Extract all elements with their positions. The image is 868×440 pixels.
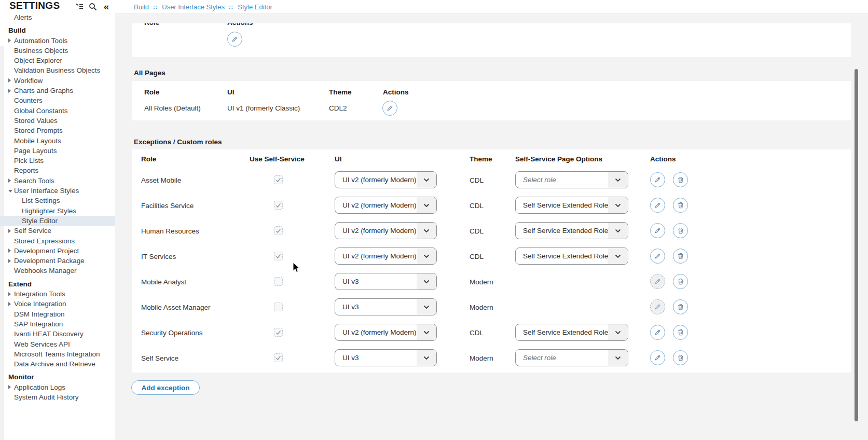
- sidebar-item-dsm-integration[interactable]: DSM Integration: [0, 309, 115, 319]
- scrollbar-thumb[interactable]: [855, 69, 858, 421]
- breadcrumb-item[interactable]: Build: [134, 3, 149, 11]
- ui-select[interactable]: UI v3: [335, 349, 437, 366]
- add-exception-button[interactable]: Add exception: [131, 380, 200, 395]
- edit-button[interactable]: [650, 249, 665, 264]
- sidebar-item-voice-integration[interactable]: Voice Integration: [0, 299, 115, 309]
- checkmark-icon: [275, 202, 281, 208]
- sidebar-item-highlighter-styles[interactable]: Highlighter Styles: [0, 206, 115, 216]
- sidebar-item-validation-business-objects[interactable]: Validation Business Objects: [0, 65, 115, 75]
- sidebar-item-sap-integration[interactable]: SAP Integration: [0, 319, 115, 329]
- delete-button[interactable]: [673, 172, 688, 187]
- sidebar-item-mobile-layouts[interactable]: Mobile Layouts: [0, 136, 115, 146]
- sidebar-item-data-archive-and-retrieve[interactable]: Data Archive and Retrieve: [0, 359, 115, 369]
- ui-cell: UI v1 (formerly Classic): [227, 104, 300, 112]
- ui-select[interactable]: UI v2 (formerly Modern): [335, 222, 437, 239]
- sidebar-item-automation-tools[interactable]: Automation Tools: [0, 36, 115, 46]
- use-self-service-checkbox[interactable]: [274, 328, 283, 337]
- pencil-icon: [654, 354, 662, 362]
- sidebar-item-label: Stored Expressions: [14, 236, 75, 246]
- sidebar-item-reports[interactable]: Reports: [0, 166, 115, 175]
- sidebar-item-ivanti-heat-discovery[interactable]: Ivanti HEAT Discovery: [0, 329, 115, 339]
- sidebar-item-business-objects[interactable]: Business Objects: [0, 46, 115, 56]
- delete-button[interactable]: [673, 274, 688, 289]
- use-self-service-checkbox[interactable]: [274, 226, 283, 235]
- sidebar-item-microsoft-teams-integration[interactable]: Microsoft Teams Integration: [0, 349, 115, 359]
- sidebar-item-workflow[interactable]: Workflow: [0, 76, 115, 86]
- sidebar-item-pick-lists[interactable]: Pick Lists: [0, 156, 115, 166]
- role-cell: Self Service: [141, 354, 178, 362]
- chevron-down-icon: [608, 223, 628, 239]
- tree-filter-icon[interactable]: [75, 2, 84, 11]
- ui-select[interactable]: UI v3: [335, 273, 437, 290]
- edit-button: [650, 299, 665, 314]
- edit-button[interactable]: [650, 172, 665, 187]
- sidebar-item-system-audit-history[interactable]: System Audit History: [0, 392, 115, 402]
- sidebar-item-web-services-api[interactable]: Web Services API: [0, 339, 115, 349]
- breadcrumb-item[interactable]: Style Editor: [238, 3, 272, 11]
- page-options-select[interactable]: Self Service Extended Role: [515, 324, 628, 341]
- sidebar-item-stored-values[interactable]: Stored Values: [0, 116, 115, 126]
- sidebar-item-alerts[interactable]: Alerts: [0, 12, 115, 22]
- sidebar-item-page-layouts[interactable]: Page Layouts: [0, 146, 115, 156]
- search-icon[interactable]: [88, 2, 98, 11]
- collapse-sidebar-icon[interactable]: «: [102, 2, 111, 11]
- delete-button[interactable]: [673, 350, 688, 365]
- sidebar-item-user-interface-styles[interactable]: User Interface Styles: [0, 186, 115, 196]
- sidebar-item-self-service[interactable]: Self Service: [0, 226, 115, 236]
- sidebar-item-list-settings[interactable]: List Settings: [0, 196, 115, 205]
- trash-icon: [677, 176, 684, 184]
- edit-button[interactable]: [227, 32, 242, 47]
- sidebar-item-search-tools[interactable]: Search Tools: [0, 176, 115, 186]
- sidebar-item-charts-and-graphs[interactable]: Charts and Graphs: [0, 86, 115, 95]
- edit-button[interactable]: [650, 350, 665, 365]
- ui-select[interactable]: UI v2 (formerly Modern): [335, 171, 437, 188]
- delete-button[interactable]: [673, 198, 688, 213]
- delete-button[interactable]: [673, 223, 688, 238]
- ui-select-value: UI v3: [335, 303, 417, 311]
- edit-button[interactable]: [650, 223, 665, 238]
- use-self-service-checkbox[interactable]: [274, 277, 283, 286]
- delete-button[interactable]: [673, 249, 688, 264]
- ui-select[interactable]: UI v2 (formerly Modern): [335, 197, 437, 214]
- sidebar-item-counters[interactable]: Counters: [0, 95, 115, 105]
- page-options-select[interactable]: Select role: [515, 349, 628, 366]
- delete-button[interactable]: [673, 325, 688, 340]
- sidebar-item-webhooks-manager[interactable]: Webhooks Manager: [0, 266, 115, 276]
- chevron-right-icon: [8, 259, 11, 263]
- breadcrumb-item[interactable]: User Interface Styles: [162, 3, 225, 11]
- sidebar-item-development-project[interactable]: Development Project: [0, 246, 115, 256]
- edit-button[interactable]: [650, 325, 665, 340]
- sidebar-item-global-constants[interactable]: Global Constants: [0, 106, 115, 116]
- sidebar-item-style-editor[interactable]: Style Editor: [0, 216, 115, 226]
- page-options-select[interactable]: Select role: [515, 171, 628, 188]
- sidebar-item-label: Development Project: [14, 246, 79, 256]
- edit-button[interactable]: [382, 101, 397, 116]
- delete-button[interactable]: [673, 299, 688, 314]
- sidebar-item-development-package[interactable]: Development Package: [0, 256, 115, 266]
- sidebar-item-stored-expressions[interactable]: Stored Expressions: [0, 236, 115, 246]
- ui-select[interactable]: UI v3: [335, 298, 437, 315]
- sidebar-item-stored-prompts[interactable]: Stored Prompts: [0, 126, 115, 135]
- sidebar-item-application-logs[interactable]: Application Logs: [0, 382, 115, 392]
- chevron-down-icon: [417, 248, 436, 264]
- use-self-service-checkbox[interactable]: [274, 302, 283, 311]
- use-self-service-checkbox[interactable]: [274, 252, 283, 260]
- trash-icon: [677, 252, 684, 260]
- ui-select[interactable]: UI v2 (formerly Modern): [335, 248, 437, 265]
- page-options-select[interactable]: Self Service Extended Role: [515, 248, 628, 265]
- edit-button[interactable]: [650, 198, 665, 213]
- use-self-service-checkbox[interactable]: [274, 353, 283, 362]
- ui-select[interactable]: UI v2 (formerly Modern): [335, 324, 437, 341]
- column-header-actions: Actions: [650, 155, 676, 163]
- chevron-right-icon: [8, 38, 11, 43]
- use-self-service-checkbox[interactable]: [274, 175, 283, 184]
- sidebar-item-label: Counters: [14, 95, 43, 105]
- sidebar-item-integration-tools[interactable]: Integration Tools: [0, 289, 115, 299]
- page-options-select[interactable]: Self Service Extended Role: [515, 197, 628, 214]
- sidebar-item-object-explorer[interactable]: Object Explorer: [0, 56, 115, 65]
- use-self-service-checkbox[interactable]: [274, 201, 283, 210]
- page-options-select[interactable]: Self Service Extended Role: [515, 222, 628, 239]
- chevron-down-icon: [608, 248, 628, 264]
- page-options-value: Self Service Extended Role: [516, 328, 608, 336]
- sidebar: SETTINGS « Alerts Build: [0, 0, 115, 440]
